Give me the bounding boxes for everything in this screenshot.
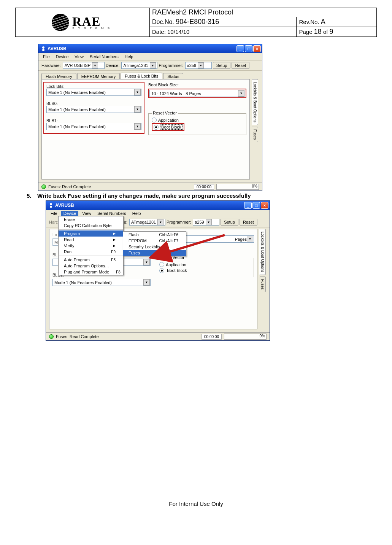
menu-item-run[interactable]: RunF9	[59, 249, 123, 255]
menu-file[interactable]: File	[41, 54, 52, 59]
avrusb-window-1: AVRUSB _ □ × File Device View Serial Num…	[38, 44, 262, 191]
device-value: ATmega1281	[131, 220, 156, 224]
minimize-button[interactable]: _	[244, 202, 252, 209]
status-time: 00:00:00	[194, 184, 214, 190]
menu-serial-numbers[interactable]: Serial Numbers	[87, 54, 121, 59]
side-tab-fuses[interactable]: Fuses	[260, 276, 266, 292]
bootblock-combo[interactable]: 10 : 1024 Words - 8 Pages▼	[149, 90, 245, 97]
hardware-combo[interactable]: AVR USB ISP▼	[63, 62, 105, 69]
statusbar: Fuses: Read Complete 00:00:00 0%	[46, 332, 270, 340]
chevron-down-icon: ▼	[198, 62, 204, 68]
rev-no-cell: Rev.No. A	[297, 17, 377, 27]
side-tabs: Lockbits & Boot Options Fuses	[259, 229, 267, 329]
status-text: Fuses: Read Complete	[56, 334, 99, 339]
bootblock-label: Boot Block Size:	[148, 83, 246, 87]
radio-boot-block[interactable]	[159, 268, 164, 273]
menu-view[interactable]: View	[72, 54, 86, 59]
setup-button[interactable]: Setup	[221, 219, 238, 226]
programmer-combo[interactable]: a259▼	[185, 62, 212, 69]
titlebar[interactable]: AVRUSB _ □ ×	[46, 201, 270, 210]
chevron-down-icon: ▼	[134, 106, 141, 113]
programmer-value: a259	[195, 220, 204, 224]
chevron-down-icon: ▼	[134, 89, 141, 95]
menu-device[interactable]: Device	[54, 54, 71, 59]
tabs: Flash Memory EEPROM Memory Fuses & Lock …	[38, 71, 262, 79]
menu-item-verify[interactable]: Verify▶	[59, 243, 123, 249]
titlebar[interactable]: AVRUSB _ □ ×	[38, 44, 262, 53]
device-combo[interactable]: ATmega1281▼	[129, 219, 165, 226]
reset-button[interactable]: Reset	[240, 219, 257, 226]
tab-fuses-lock-bits[interactable]: Fuses & Lock Bits	[121, 73, 162, 79]
chevron-down-icon: ▼	[150, 62, 156, 68]
bootblock-radio-highlight: Boot Block	[152, 123, 184, 131]
setup-button[interactable]: Setup	[213, 62, 231, 69]
tab-flash-memory[interactable]: Flash Memory	[41, 73, 76, 79]
svg-rect-1	[42, 49, 44, 51]
reset-button[interactable]: Reset	[232, 62, 249, 69]
radio-boot-block[interactable]	[154, 125, 159, 130]
window-title: AVRUSB	[55, 203, 74, 208]
menu-help[interactable]: Help	[130, 211, 143, 216]
date-value: 10/14/10	[167, 29, 189, 35]
chevron-down-icon: ▼	[143, 279, 150, 286]
chevron-down-icon: ▼	[247, 236, 253, 242]
blb1-combo[interactable]: Mode 1 (No Features Enabled)▼	[52, 279, 151, 286]
annotation-arrow-icon	[160, 233, 229, 261]
tab-eeprom-memory[interactable]: EEPROM Memory	[77, 73, 120, 79]
menu-item-program[interactable]: Program▶	[59, 230, 123, 237]
status-led-icon	[49, 334, 54, 339]
menu-serial-numbers[interactable]: Serial Numbers	[95, 211, 129, 216]
app-icon	[48, 203, 54, 208]
maximize-button[interactable]: □	[245, 45, 252, 52]
menu-item-erase[interactable]: Erase	[59, 216, 123, 222]
side-tabs: Lockbits & Boot Options Fuses	[251, 79, 259, 180]
tab-status[interactable]: Status	[163, 73, 183, 79]
menu-item-plug-program[interactable]: Plug and Program ModeF8	[59, 269, 123, 275]
programmer-label: Programmer:	[167, 220, 191, 224]
fuses-panel: Lock Bits: Mode 1 (No Features Enabled)▼…	[41, 79, 250, 180]
menu-view[interactable]: View	[80, 211, 94, 216]
bootblock-highlight: 10 : 1024 Words - 8 Pages▼	[148, 89, 246, 98]
avrusb-window-2: AVRUSB _ □ × File Device View Serial Num…	[46, 200, 270, 341]
device-combo[interactable]: ATmega1281▼	[121, 62, 157, 69]
blb1-combo[interactable]: Mode 1 (No Features Enabled)▼	[46, 123, 141, 130]
page-label-a: Page	[299, 29, 312, 35]
reset-vector-legend: Reset Vector	[152, 111, 178, 115]
blb0-combo[interactable]: Mode 1 (No Features Enabled)▼	[46, 106, 141, 113]
radio-application[interactable]	[152, 118, 157, 122]
toolbar: Hardware: AVR USB ISP▼ Device: ATmega128…	[38, 60, 262, 71]
submenu-arrow-icon: ▶	[113, 232, 116, 235]
maximize-button[interactable]: □	[252, 202, 260, 209]
submenu-arrow-icon: ▶	[113, 238, 116, 242]
side-tab-lockbits[interactable]: Lockbits & Boot Options	[252, 79, 258, 125]
doc-title: RAEMesh2 RMCI Protocol	[150, 8, 377, 17]
radio-application-label: Application	[158, 118, 179, 122]
menu-file[interactable]: File	[48, 211, 60, 216]
programmer-value: a259	[187, 63, 196, 68]
blb0-value: Mode 1 (No Features Enabled)	[48, 107, 106, 112]
programmer-combo[interactable]: a259▼	[193, 219, 219, 226]
revno-label: Rev.No.	[299, 19, 319, 25]
menu-help[interactable]: Help	[122, 54, 136, 59]
status-led-icon	[41, 184, 46, 189]
menu-item-auto-program[interactable]: Auto ProgramF5	[59, 257, 123, 263]
bootblock-value: 10 : 1024 Words - 8 Pages	[151, 91, 201, 96]
doc-header-table: RAE SYSTEMS RAEMesh2 RMCI Protocol Doc.N…	[15, 8, 377, 37]
svg-line-5	[166, 235, 225, 253]
close-button[interactable]: ×	[253, 45, 261, 52]
radio-application[interactable]	[159, 262, 164, 267]
side-tab-lockbits[interactable]: Lockbits & Boot Options	[259, 229, 266, 275]
chevron-down-icon: ▼	[206, 219, 212, 225]
menu-item-copy-rc[interactable]: Copy RC Calibration Byte	[59, 222, 123, 229]
side-tab-fuses[interactable]: Fuses	[252, 127, 258, 142]
lockbits-combo[interactable]: Mode 1 (No Features Enabled)▼	[46, 89, 141, 96]
step-5-number: 5.	[27, 192, 33, 199]
menu-item-auto-program-options[interactable]: Auto Program Options...	[59, 263, 123, 269]
menu-device[interactable]: Device	[61, 211, 79, 216]
date-label: Date:	[152, 29, 166, 35]
minimize-button[interactable]: _	[236, 45, 244, 52]
logo-cell: RAE SYSTEMS	[16, 8, 150, 37]
date-cell: Date: 10/14/10	[150, 27, 297, 37]
close-button[interactable]: ×	[261, 202, 268, 209]
menu-item-read[interactable]: Read▶	[59, 237, 123, 243]
